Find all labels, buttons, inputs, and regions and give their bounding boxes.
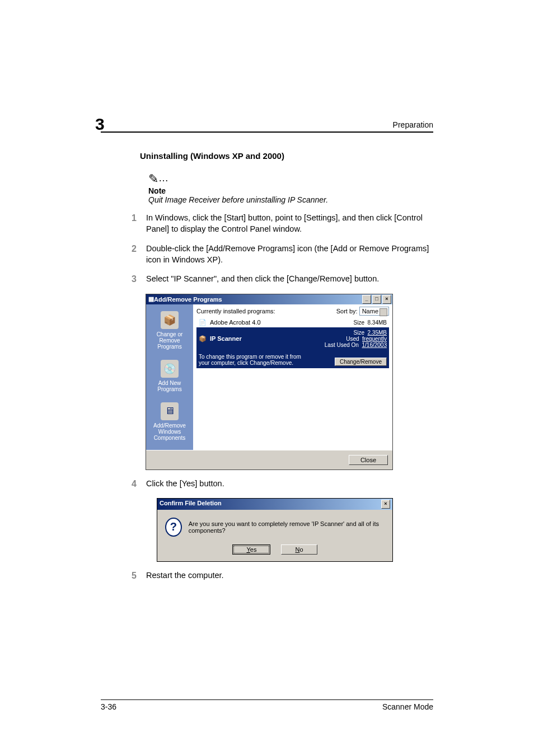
program-name: IP Scanner — [210, 335, 242, 342]
note-label: Note — [148, 186, 433, 195]
document-page: 3 Preparation Uninstalling (Windows XP a… — [0, 0, 534, 756]
close-icon[interactable]: × — [381, 500, 390, 509]
close-button[interactable]: × — [382, 295, 391, 304]
sort-by-label: Sort by: — [336, 308, 358, 314]
dialog-title: Confirm File Deletion — [160, 500, 222, 509]
header-right: Preparation — [393, 120, 433, 129]
step-num: 2 — [132, 243, 146, 266]
program-icon: 📦 — [199, 335, 207, 342]
minimize-button[interactable]: _ — [362, 295, 371, 304]
confirm-file-deletion-dialog: Confirm File Deletion × ? Are you sure y… — [157, 498, 393, 562]
ellipsis-icon: … — [158, 172, 171, 184]
chapter-number: 3 — [95, 115, 105, 134]
installed-label: Currently installed programs: — [196, 308, 275, 314]
note-text: Quit Image Receiver before uninstalling … — [148, 195, 433, 204]
dialog-text: Are you sure you want to completely remo… — [189, 520, 385, 534]
step-5: 5Restart the computer. — [132, 570, 433, 582]
sidebar-item-label: Change or Remove Programs — [148, 331, 191, 350]
program-metrics: Size 8.34MB — [354, 320, 387, 326]
footer-right: Scanner Mode — [382, 702, 433, 711]
step-num: 4 — [132, 478, 146, 490]
step-text: Double-click the [Add/Remove Programs] i… — [146, 243, 433, 266]
change-remove-button[interactable]: Change/Remove — [335, 358, 387, 366]
add-remove-programs-window: ▦ Add/Remove Programs _ □ × 📦 Change or … — [146, 294, 393, 470]
sidebar-item-label: Add New Programs — [148, 380, 191, 392]
program-desc: To change this program or remove it from… — [199, 354, 311, 366]
step-3: 3Select "IP Scanner", and then click the… — [132, 273, 433, 285]
header-rule — [101, 132, 433, 133]
program-icon: 📄 — [199, 319, 207, 326]
no-button[interactable]: No — [281, 544, 317, 555]
step-2: 2Double-click the [Add/Remove Programs] … — [132, 243, 433, 266]
program-name: Adobe Acrobat 4.0 — [210, 319, 261, 326]
yes-button[interactable]: Yes — [232, 544, 270, 555]
note-block: ✎… Note Quit Image Receiver before unins… — [148, 172, 433, 204]
sidebar-item-change-remove[interactable]: 📦 Change or Remove Programs — [146, 308, 193, 356]
page-footer: 3-36 Scanner Mode — [101, 699, 433, 711]
step-text: Click the [Yes] button. — [146, 478, 433, 490]
main-panel: Currently installed programs: Sort by: N… — [193, 304, 392, 450]
cd-icon: 💿 — [161, 360, 179, 378]
window-titlebar[interactable]: ▦ Add/Remove Programs _ □ × — [146, 294, 392, 304]
step-4: 4Click the [Yes] button. — [132, 478, 433, 490]
sidebar: 📦 Change or Remove Programs 💿 Add New Pr… — [146, 304, 193, 450]
sidebar-item-label: Add/Remove Windows Components — [148, 422, 191, 441]
sort-by-dropdown[interactable]: Name — [359, 307, 389, 316]
question-icon: ? — [165, 518, 182, 537]
section-title: Uninstalling (Windows XP and 2000) — [140, 151, 433, 161]
steps-list-cont2: 5Restart the computer. — [132, 570, 433, 582]
close-window-button[interactable]: Close — [349, 455, 388, 465]
page-number: 3-36 — [101, 702, 116, 711]
step-text: Restart the computer. — [146, 570, 433, 582]
pencil-icon: ✎ — [148, 172, 158, 186]
computer-icon: 🖥 — [161, 402, 179, 420]
program-row-selected[interactable]: 📦 IP Scanner Size 2.35MB Used frequently… — [196, 327, 389, 368]
box-icon: 📦 — [161, 311, 179, 329]
maximize-button[interactable]: □ — [372, 295, 381, 304]
window-title: Add/Remove Programs — [154, 296, 361, 303]
step-text: Select "IP Scanner", and then click the … — [146, 273, 433, 285]
step-num: 5 — [132, 570, 146, 582]
step-num: 3 — [132, 273, 146, 285]
sidebar-item-add-new[interactable]: 💿 Add New Programs — [146, 356, 193, 399]
steps-list: 1In Windows, click the [Start] button, p… — [132, 212, 433, 286]
step-text: In Windows, click the [Start] button, po… — [146, 212, 433, 235]
program-metrics: Size 2.35MB Used frequently Last Used On… — [325, 330, 387, 348]
step-num: 1 — [132, 212, 146, 235]
steps-list-cont: 4Click the [Yes] button. — [132, 478, 433, 490]
program-row[interactable]: 📄 Adobe Acrobat 4.0 Size 8.34MB — [196, 318, 389, 327]
dialog-titlebar[interactable]: Confirm File Deletion × — [157, 499, 392, 510]
step-1: 1In Windows, click the [Start] button, p… — [132, 212, 433, 235]
sidebar-item-windows-components[interactable]: 🖥 Add/Remove Windows Components — [146, 399, 193, 448]
app-icon: ▦ — [148, 295, 154, 303]
